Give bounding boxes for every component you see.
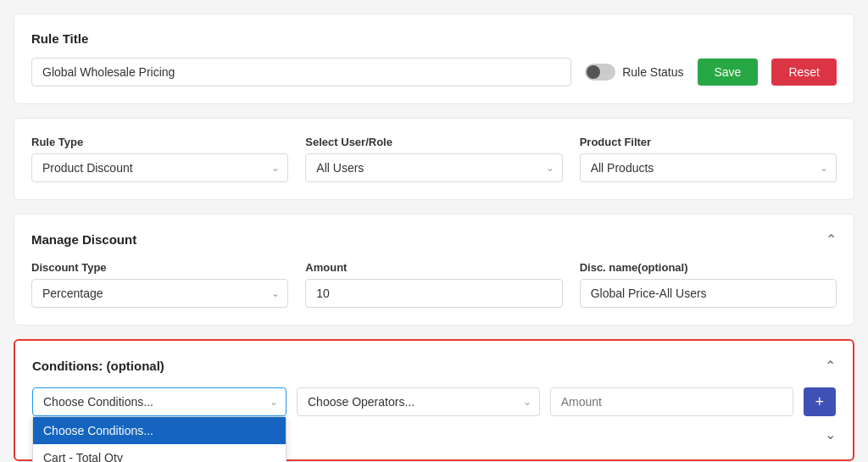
conditions-amount-wrapper bbox=[550, 387, 793, 416]
rule-status-label: Rule Status bbox=[622, 65, 683, 79]
rule-type-grid: Rule Type Product Discount ⌄ Select User… bbox=[31, 136, 837, 182]
conditions-chevron-icon[interactable]: ⌃ bbox=[825, 358, 836, 374]
rule-title-row: Rule Status Save Reset bbox=[31, 58, 837, 86]
choose-conditions-wrapper: Choose Conditions... Cart - Total Qty Ca… bbox=[32, 387, 287, 416]
conditions-header: Conditions: (optional) ⌃ bbox=[32, 358, 836, 374]
discount-type-select-wrapper: Percentage ⌄ bbox=[31, 279, 288, 308]
product-filter-select[interactable]: All Products bbox=[580, 153, 837, 182]
select-user-select[interactable]: All Users bbox=[305, 153, 562, 182]
manage-discount-grid: Discount Type Percentage ⌄ Amount Disc. … bbox=[31, 261, 837, 308]
select-user-group: Select User/Role All Users ⌄ bbox=[305, 136, 562, 182]
select-user-wrapper: All Users ⌄ bbox=[305, 153, 562, 182]
existing-conditions-chevron-icon[interactable]: ⌄ bbox=[825, 426, 836, 443]
rule-title-card: Rule Title Rule Status Save Reset bbox=[14, 14, 854, 104]
rule-title-label: Rule Title bbox=[31, 31, 837, 46]
disc-name-input[interactable] bbox=[580, 279, 837, 308]
product-filter-label: Product Filter bbox=[580, 136, 837, 148]
manage-discount-card: Manage Discount ⌃ Discount Type Percenta… bbox=[14, 214, 854, 326]
rule-type-select-wrapper: Product Discount ⌄ bbox=[31, 153, 288, 182]
save-button[interactable]: Save bbox=[698, 58, 759, 86]
manage-discount-chevron-icon[interactable]: ⌃ bbox=[826, 231, 837, 248]
conditions-row: Choose Conditions... Cart - Total Qty Ca… bbox=[32, 387, 836, 416]
rule-type-select[interactable]: Product Discount bbox=[31, 153, 288, 182]
conditions-dropdown-popup: Choose Conditions... Cart - Total Qty Ca… bbox=[32, 416, 287, 462]
manage-discount-title: Manage Discount bbox=[31, 232, 136, 247]
conditions-amount-input[interactable] bbox=[550, 387, 793, 416]
amount-label: Amount bbox=[305, 261, 562, 274]
dropdown-item-choose[interactable]: Choose Conditions... bbox=[33, 417, 286, 444]
rule-status-area: Rule Status bbox=[585, 64, 683, 81]
rule-type-group: Rule Type Product Discount ⌄ bbox=[31, 136, 288, 182]
rule-type-label: Rule Type bbox=[31, 136, 288, 148]
product-filter-group: Product Filter All Products ⌄ bbox=[580, 136, 837, 182]
dropdown-item-qty[interactable]: Cart - Total Qty bbox=[33, 444, 286, 462]
rule-title-input[interactable] bbox=[31, 58, 571, 86]
disc-name-label: Disc. name(optional) bbox=[580, 261, 837, 274]
discount-type-label: Discount Type bbox=[31, 261, 288, 274]
product-filter-wrapper: All Products ⌄ bbox=[580, 153, 837, 182]
select-user-label: Select User/Role bbox=[305, 136, 562, 148]
manage-discount-header: Manage Discount ⌃ bbox=[31, 231, 837, 248]
conditions-card: Conditions: (optional) ⌃ Choose Conditio… bbox=[14, 339, 854, 461]
add-condition-button[interactable]: + bbox=[804, 387, 837, 416]
choose-operators-select[interactable]: Choose Operators... bbox=[297, 387, 540, 416]
rule-status-toggle[interactable] bbox=[585, 64, 615, 81]
disc-name-group: Disc. name(optional) bbox=[580, 261, 837, 308]
choose-conditions-select[interactable]: Choose Conditions... Cart - Total Qty Ca… bbox=[32, 387, 287, 416]
reset-button[interactable]: Reset bbox=[771, 58, 837, 86]
choose-operators-wrapper: Choose Operators... ⌄ bbox=[297, 387, 540, 416]
conditions-title: Conditions: (optional) bbox=[32, 359, 164, 373]
discount-type-select[interactable]: Percentage bbox=[31, 279, 288, 308]
discount-type-group: Discount Type Percentage ⌄ bbox=[31, 261, 288, 308]
rule-type-card: Rule Type Product Discount ⌄ Select User… bbox=[14, 118, 854, 200]
amount-input[interactable] bbox=[305, 279, 562, 308]
amount-group: Amount bbox=[305, 261, 562, 308]
